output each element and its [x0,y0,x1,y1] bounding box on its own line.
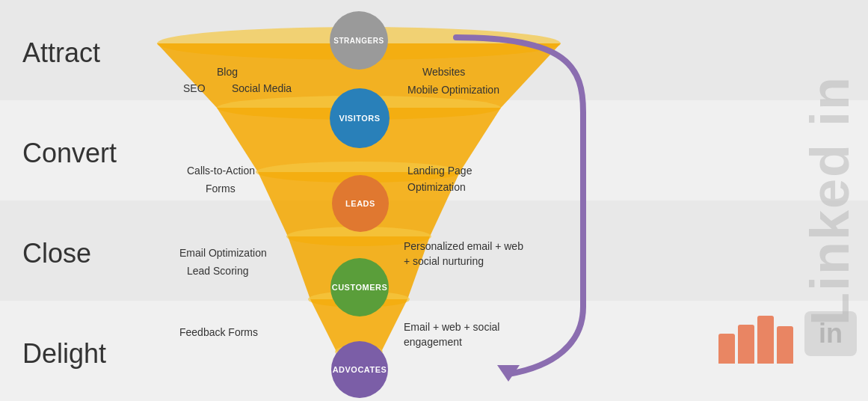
customers-circle: CUSTOMERS [330,258,389,316]
delight-label: Delight [22,338,106,370]
leads-circle: LEADS [332,175,389,232]
social-media-label: Social Media [232,82,292,94]
linkedin-watermark: Linked in [799,0,861,401]
bar-2 [738,325,754,364]
seo-label: SEO [183,82,206,94]
bar-1 [718,334,735,364]
mattermark-bars-icon [718,316,793,364]
bar-4 [777,326,793,364]
bar-3 [757,316,774,364]
blog-label: Blog [217,66,238,78]
close-label: Close [22,238,91,269]
advocates-circle: ADVOCATES [331,341,388,398]
lead-scoring-label: Lead Scoring [187,265,249,277]
email-opt-label: Email Optimization [179,247,267,259]
visitors-circle: VISITORS [330,88,390,148]
flow-arrow [434,22,606,389]
forms-label: Forms [206,183,236,195]
convert-label: Convert [22,138,117,169]
attract-label: Attract [22,37,100,69]
strangers-circle: STRANGERS [330,11,388,70]
feedback-forms-label: Feedback Forms [179,326,258,338]
cta-label: Calls-to-Action [187,165,255,177]
linkedin-text: Linked in [799,76,861,325]
